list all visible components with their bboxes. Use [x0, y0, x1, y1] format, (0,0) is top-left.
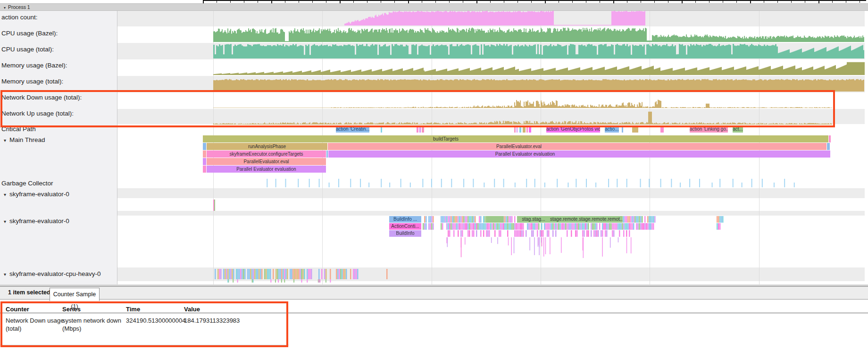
details-tabbar	[0, 287, 868, 299]
evaluator-slice[interactable]: BuildInfo ...	[389, 216, 421, 223]
sidebar-track-cpu-usage-bazel: CPU usage (Bazel):	[1, 29, 58, 38]
main-thread-slice[interactable]	[203, 143, 206, 150]
highlight-box-2	[0, 301, 288, 347]
main-thread-slice[interactable]	[203, 166, 206, 173]
evaluator-slice[interactable]: stage.remote.stage.remote.remot...	[550, 216, 623, 223]
main-thread-slice[interactable]	[829, 135, 831, 142]
slice-label: buildTargets	[433, 135, 459, 142]
sidebar-track-skyframe-evaluator-cpu-heavy-0[interactable]: ▾skyframe-evaluator-cpu-heavy-0	[4, 270, 101, 278]
main-thread-slice[interactable]	[827, 143, 830, 150]
collapse-arrow-icon: ▾	[4, 6, 6, 10]
main-thread-slice[interactable]: skyframeExecutor.configureTargets	[207, 150, 326, 158]
sidebar-track-memory-usage-bazel: Memory usage (Bazel):	[1, 61, 67, 70]
expand-arrow-icon[interactable]: ▾	[4, 219, 6, 224]
tabbar-border	[0, 299, 868, 300]
track-label-text: skyframe-evaluator-0	[9, 217, 69, 225]
sidebar-track-cpu-usage-total: CPU usage (total):	[1, 45, 54, 54]
main-thread-slice[interactable]: Parallel Evaluator evaluation	[207, 166, 326, 173]
sidebar-track-garbage-collector: Garbage Collector	[1, 179, 53, 188]
track-sidebar: action count:CPU usage (Bazel):CPU usage…	[0, 10, 117, 284]
selection-status: 1 item selected.	[8, 289, 52, 296]
main-thread-slice[interactable]	[203, 150, 206, 158]
sidebar-track-main-thread[interactable]: ▾Main Thread	[4, 136, 45, 144]
highlight-box-1	[0, 90, 835, 127]
main-thread-slice[interactable]: runAnalysisPhase	[207, 143, 327, 150]
main-thread-slice[interactable]: ParallelEvaluator.eval	[328, 143, 826, 150]
track-label-text: CPU usage (Bazel):	[1, 30, 58, 37]
evaluator-slice[interactable]	[486, 216, 504, 223]
main-thread-slice[interactable]: ParallelEvaluator.eval	[207, 158, 326, 165]
evaluator-slice[interactable]: ActionConti...	[389, 223, 421, 230]
main-thread-slice[interactable]	[203, 158, 206, 165]
track-label-text: Garbage Collector	[1, 180, 53, 187]
expand-arrow-icon[interactable]: ▾	[4, 272, 6, 277]
main-thread-slice[interactable]: buildTargets	[203, 135, 828, 142]
sidebar-track-memory-usage-total: Memory usage (total):	[1, 77, 63, 86]
sidebar-track-action-count: action count:	[1, 13, 38, 22]
track-label-text: skyframe-evaluator-0	[9, 191, 69, 198]
track-label-text: Memory usage (total):	[1, 78, 63, 85]
track-label-text: Main Thread	[9, 136, 45, 143]
trace-viewer-window: action count:CPU usage (Bazel):CPU usage…	[0, 0, 868, 350]
slice-label: ParallelEvaluator.eval	[496, 143, 542, 150]
tab-counter-sample[interactable]: Counter Sample (1)	[50, 288, 100, 301]
process-header[interactable]: ▾Process 1	[0, 3, 868, 11]
track-label-text: CPU usage (total):	[1, 46, 54, 53]
evaluator-slice[interactable]: stag.stag...	[517, 216, 550, 223]
sidebar-track-skyframe-evaluator-0[interactable]: ▾skyframe-evaluator-0	[4, 190, 69, 199]
expand-arrow-icon[interactable]: ▾	[4, 192, 6, 197]
slice-label: Parallel Evaluator evaluation	[495, 150, 555, 158]
evaluator-slice[interactable]: BuildInfo	[389, 230, 421, 237]
main-thread-slice[interactable]: Parallel Evaluator evaluation	[328, 150, 830, 158]
track-label-text: Memory usage (Bazel):	[1, 62, 67, 69]
expand-arrow-icon[interactable]: ▾	[4, 138, 6, 143]
main-thread-slice[interactable]	[326, 150, 328, 158]
sidebar-track-skyframe-evaluator-0[interactable]: ▾skyframe-evaluator-0	[4, 217, 69, 225]
track-label-text: action count:	[1, 14, 38, 21]
process-title: Process 1	[8, 4, 30, 10]
track-label-text: skyframe-evaluator-cpu-heavy-0	[9, 270, 101, 277]
